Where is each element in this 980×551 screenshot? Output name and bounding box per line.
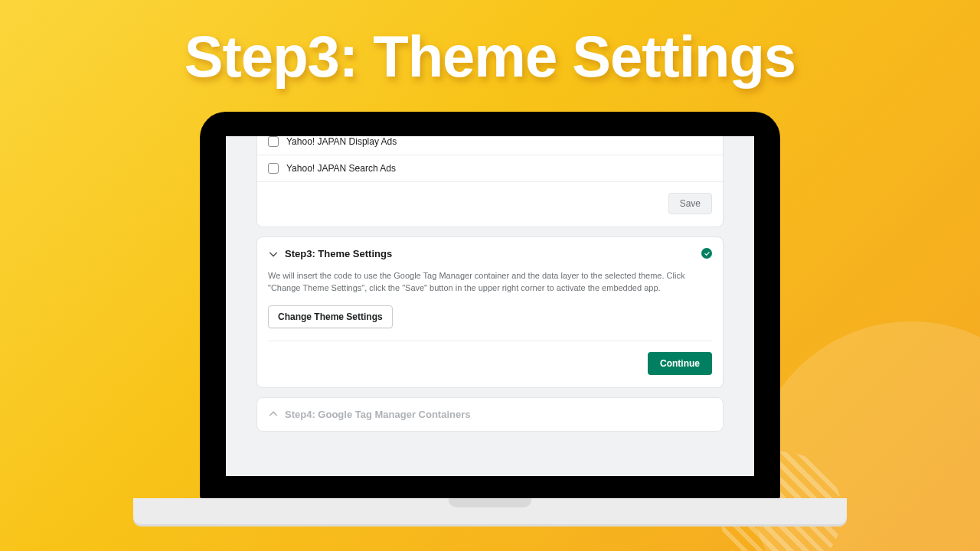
step4-card: Step4: Google Tag Manager Containers xyxy=(256,397,724,432)
option-label: Yahoo! JAPAN Display Ads xyxy=(286,136,397,147)
options-card: Yahoo! JAPAN Display Ads Yahoo! JAPAN Se… xyxy=(256,136,724,227)
app-screen: Yahoo! JAPAN Display Ads Yahoo! JAPAN Se… xyxy=(226,136,754,476)
option-row-search-ads[interactable]: Yahoo! JAPAN Search Ads xyxy=(257,155,723,182)
laptop-notch xyxy=(449,498,531,507)
save-button[interactable]: Save xyxy=(668,193,712,214)
step4-title: Step4: Google Tag Manager Containers xyxy=(285,409,470,420)
divider xyxy=(268,341,712,341)
option-row-display-ads[interactable]: Yahoo! JAPAN Display Ads xyxy=(257,136,723,155)
change-theme-settings-button[interactable]: Change Theme Settings xyxy=(268,305,393,328)
continue-button[interactable]: Continue xyxy=(648,352,712,375)
step3-header[interactable]: Step3: Theme Settings xyxy=(268,248,712,259)
hero-title: Step3: Theme Settings xyxy=(0,23,980,90)
option-label: Yahoo! JAPAN Search Ads xyxy=(286,163,396,174)
checkbox-unchecked-icon[interactable] xyxy=(268,163,279,174)
step4-header[interactable]: Step4: Google Tag Manager Containers xyxy=(268,409,712,420)
laptop-mockup: Yahoo! JAPAN Display Ads Yahoo! JAPAN Se… xyxy=(200,112,780,500)
chevron-down-icon xyxy=(268,249,279,259)
step3-description: We will insert the code to use the Googl… xyxy=(268,270,712,295)
checkbox-unchecked-icon[interactable] xyxy=(268,136,279,147)
step3-card: Step3: Theme Settings We will insert the… xyxy=(256,236,724,388)
step3-title: Step3: Theme Settings xyxy=(285,248,392,259)
chevron-up-icon xyxy=(268,409,279,419)
laptop-base xyxy=(133,498,847,524)
check-success-icon xyxy=(701,248,712,259)
